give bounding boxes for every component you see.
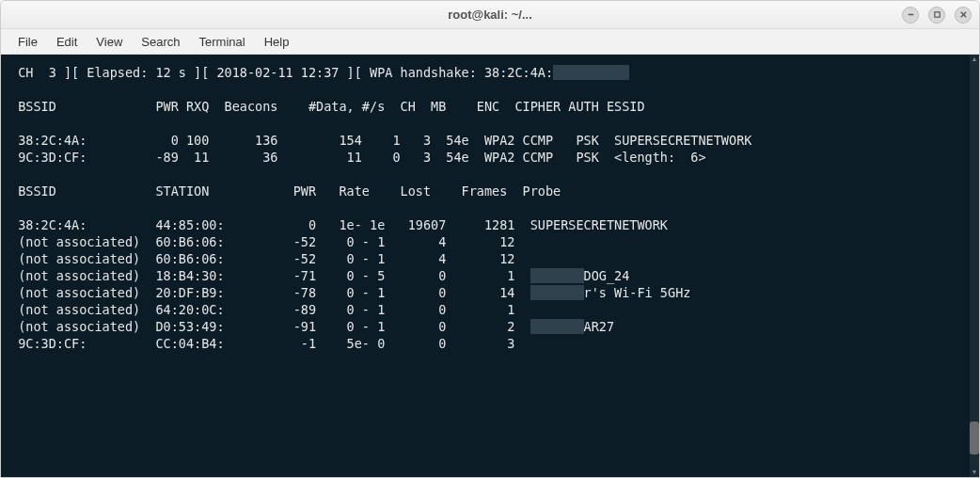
close-icon — [959, 10, 968, 19]
scroll-down-icon[interactable]: ▾ — [970, 468, 979, 477]
close-button[interactable] — [955, 7, 972, 24]
maximize-icon — [933, 10, 941, 19]
window-controls — [902, 7, 972, 24]
window-title: root@kali: ~/... — [448, 8, 532, 22]
scrollbar[interactable]: ▴ ▾ — [970, 55, 979, 477]
svg-rect-1 — [934, 12, 939, 17]
terminal-window: root@kali: ~/... File Edit View Search T… — [0, 0, 980, 478]
scroll-thumb[interactable] — [970, 422, 979, 454]
maximize-button[interactable] — [928, 7, 945, 24]
terminal-output[interactable]: CH 3 ][ Elapsed: 12 s ][ 2018-02-11 12:3… — [1, 55, 970, 477]
menu-file[interactable]: File — [8, 31, 47, 53]
minimize-button[interactable] — [902, 7, 919, 24]
menubar: File Edit View Search Terminal Help — [1, 29, 979, 55]
scroll-up-icon[interactable]: ▴ — [970, 55, 979, 64]
minimize-icon — [907, 10, 915, 19]
menu-help[interactable]: Help — [255, 31, 299, 53]
menu-view[interactable]: View — [87, 31, 132, 53]
menu-search[interactable]: Search — [132, 31, 189, 53]
menu-terminal[interactable]: Terminal — [190, 31, 255, 53]
titlebar: root@kali: ~/... — [1, 1, 979, 29]
terminal-area: CH 3 ][ Elapsed: 12 s ][ 2018-02-11 12:3… — [1, 55, 979, 477]
menu-edit[interactable]: Edit — [47, 31, 87, 53]
